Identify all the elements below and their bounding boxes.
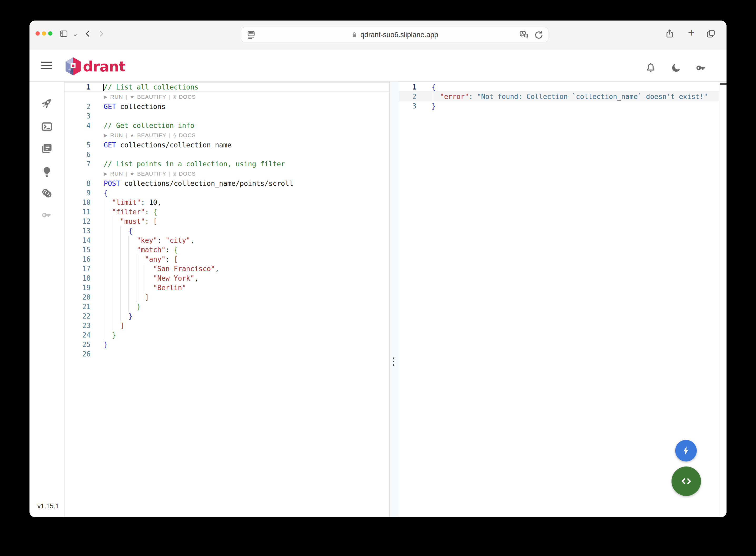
sidebar-toggle-icon[interactable] xyxy=(58,28,70,39)
token: : xyxy=(157,236,166,244)
share-icon[interactable] xyxy=(664,28,676,39)
token: // Get collection info xyxy=(104,121,194,130)
beautify-button[interactable]: BEAUTIFY xyxy=(137,92,166,102)
code-line[interactable]: 14"key": "city", xyxy=(65,236,389,245)
tutorial-lightbulb-icon[interactable] xyxy=(40,165,53,178)
forward-button[interactable] xyxy=(95,28,107,39)
back-button[interactable] xyxy=(82,28,94,39)
indent-guides xyxy=(104,274,153,283)
code-line[interactable]: 19"Berlin" xyxy=(65,283,389,292)
code-line[interactable]: 10"limit": 10, xyxy=(65,198,389,207)
scrollbar-thumb[interactable] xyxy=(720,83,726,85)
code-line[interactable]: 6 xyxy=(65,150,389,159)
line-content: GET collections/collection_name xyxy=(97,140,389,150)
code-line[interactable]: 3} xyxy=(399,101,719,111)
code-line[interactable]: 7// List points in a collection, using f… xyxy=(65,159,389,169)
scrollbar-track[interactable] xyxy=(719,81,726,517)
line-number: 13 xyxy=(65,226,97,236)
line-content: } xyxy=(97,331,389,340)
docs-section-icon[interactable]: § xyxy=(173,130,176,140)
docs-button[interactable]: DOCS xyxy=(179,92,196,102)
code-line[interactable]: 24} xyxy=(65,331,389,340)
code-line[interactable]: 12"must": [ xyxy=(65,217,389,226)
code-line[interactable]: 2GET collections xyxy=(65,102,389,111)
line-content: "key": "city", xyxy=(97,236,389,245)
code-line[interactable]: 1// List all collections xyxy=(65,82,389,92)
address-bar[interactable]: qdrant-suo6.sliplane.app xyxy=(241,27,548,42)
dark-mode-moon-icon[interactable] xyxy=(670,62,682,74)
code-line[interactable]: 11"filter": { xyxy=(65,207,389,217)
run-play-icon[interactable]: ▶ xyxy=(104,130,108,140)
token: GET xyxy=(104,141,116,149)
window-close-button[interactable] xyxy=(36,31,40,36)
code-line[interactable]: 23] xyxy=(65,321,389,331)
toggle-code-view-fab[interactable] xyxy=(672,466,701,496)
run-button[interactable]: RUN xyxy=(110,130,123,140)
tab-overview-icon[interactable] xyxy=(705,28,717,39)
translate-icon[interactable] xyxy=(518,30,530,42)
code-line[interactable]: 9{ xyxy=(65,188,389,198)
code-line[interactable]: 13{ xyxy=(65,226,389,236)
line-number: 2 xyxy=(399,92,423,101)
drag-handle-icon[interactable] xyxy=(393,357,394,366)
line-content: { xyxy=(97,226,389,236)
token: "Not found: Collection `collection_name`… xyxy=(477,93,708,101)
code-line[interactable]: 15"match": { xyxy=(65,245,389,254)
code-line[interactable]: 26 xyxy=(65,349,389,359)
api-key-icon[interactable] xyxy=(695,62,708,74)
beautify-star-icon[interactable]: ★ xyxy=(130,169,135,179)
run-button[interactable]: RUN xyxy=(110,169,123,179)
response-viewer[interactable]: 1{2"error": "Not found: Collection `coll… xyxy=(399,81,719,517)
window-zoom-button[interactable] xyxy=(48,31,52,36)
code-line[interactable]: 16"any": [ xyxy=(65,254,389,264)
code-lens-row: ▶RUN|★BEAUTIFY|§DOCS xyxy=(65,130,389,140)
indent-guides xyxy=(432,92,440,101)
beautify-star-icon[interactable]: ★ xyxy=(130,130,135,140)
docs-button[interactable]: DOCS xyxy=(179,130,196,140)
chevron-down-icon[interactable] xyxy=(70,30,81,41)
run-play-icon[interactable]: ▶ xyxy=(104,169,108,179)
window-minimize-button[interactable] xyxy=(42,31,46,36)
request-editor[interactable]: 1// List all collections▶RUN|★BEAUTIFY|§… xyxy=(65,81,390,517)
access-key-icon[interactable] xyxy=(40,209,53,221)
beautify-button[interactable]: BEAUTIFY xyxy=(137,169,166,179)
panel-resizer[interactable] xyxy=(390,81,399,517)
code-line[interactable]: 3 xyxy=(65,111,389,121)
text-cursor xyxy=(103,84,104,91)
new-tab-icon[interactable]: + xyxy=(685,27,697,38)
beautify-button[interactable]: BEAUTIFY xyxy=(137,130,166,140)
beautify-star-icon[interactable]: ★ xyxy=(130,92,135,102)
code-line[interactable]: 17"San Francisco", xyxy=(65,264,389,274)
docs-section-icon[interactable]: § xyxy=(173,169,176,179)
run-play-icon[interactable]: ▶ xyxy=(104,92,108,102)
code-line[interactable]: 4// Get collection info xyxy=(65,121,389,130)
code-line[interactable]: 21} xyxy=(65,302,389,311)
code-line[interactable]: 18"New York", xyxy=(65,274,389,283)
line-number: 10 xyxy=(65,198,97,207)
code-line[interactable]: 8POST collections/collection_name/points… xyxy=(65,179,389,188)
line-content: { xyxy=(97,188,389,198)
notifications-bell-icon[interactable] xyxy=(644,62,657,74)
run-all-fab[interactable] xyxy=(675,440,697,461)
run-button[interactable]: RUN xyxy=(110,92,123,102)
brand-wordmark: drant xyxy=(83,58,125,75)
datasets-icon[interactable] xyxy=(40,187,53,200)
code-line[interactable]: 22} xyxy=(65,311,389,321)
indent-guides xyxy=(104,254,145,264)
code-line[interactable]: 20] xyxy=(65,292,389,302)
menu-toggle-button[interactable] xyxy=(41,62,52,69)
docs-button[interactable]: DOCS xyxy=(179,169,196,179)
reload-icon[interactable] xyxy=(533,30,544,42)
rocket-icon[interactable] xyxy=(40,97,53,109)
indent-guides xyxy=(104,302,137,311)
console-terminal-icon[interactable] xyxy=(40,120,53,133)
code-line[interactable]: 25} xyxy=(65,340,389,349)
code-line[interactable]: 5GET collections/collection_name xyxy=(65,140,389,150)
docs-section-icon[interactable]: § xyxy=(173,92,176,102)
url-text: qdrant-suo6.sliplane.app xyxy=(241,27,548,42)
code-line[interactable]: 1{ xyxy=(399,82,719,92)
line-number: 3 xyxy=(399,101,423,111)
code-line[interactable]: 2"error": "Not found: Collection `collec… xyxy=(399,92,719,101)
collections-library-icon[interactable] xyxy=(40,142,53,155)
indent-guides xyxy=(104,283,153,292)
